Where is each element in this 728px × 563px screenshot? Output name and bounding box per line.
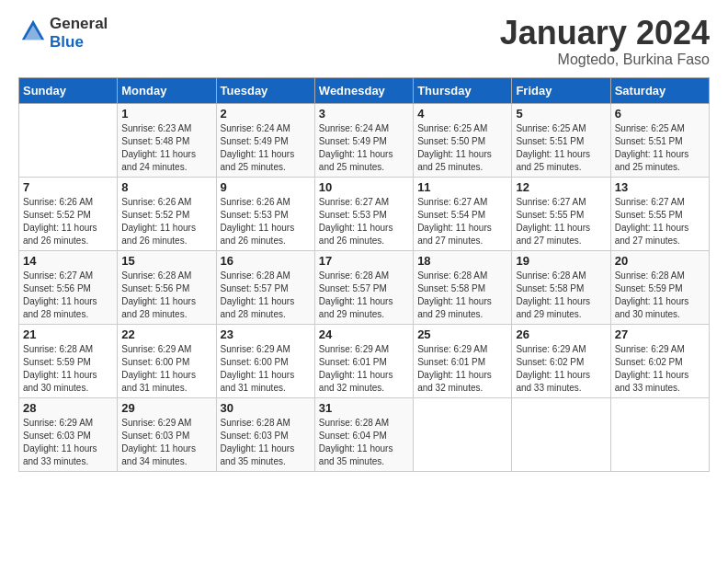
calendar-cell: 14Sunrise: 6:27 AMSunset: 5:56 PMDayligh… [19, 250, 118, 324]
day-info: Sunrise: 6:29 AMSunset: 6:02 PMDaylight:… [516, 343, 606, 395]
day-number: 7 [23, 180, 113, 194]
weekday-header-tuesday: Tuesday [216, 77, 314, 103]
day-number: 4 [417, 107, 507, 121]
day-info: Sunrise: 6:25 AMSunset: 5:51 PMDaylight:… [516, 122, 606, 174]
day-info: Sunrise: 6:29 AMSunset: 6:01 PMDaylight:… [319, 343, 409, 395]
day-number: 3 [319, 107, 409, 121]
day-number: 5 [516, 107, 606, 121]
day-info: Sunrise: 6:28 AMSunset: 5:58 PMDaylight:… [417, 270, 507, 321]
day-info: Sunrise: 6:28 AMSunset: 5:57 PMDaylight:… [221, 270, 311, 321]
calendar-week-row: 21Sunrise: 6:28 AMSunset: 5:59 PMDayligh… [19, 324, 710, 397]
day-number: 30 [221, 401, 311, 415]
day-info: Sunrise: 6:25 AMSunset: 5:51 PMDaylight:… [615, 122, 705, 174]
day-info: Sunrise: 6:28 AMSunset: 5:58 PMDaylight:… [516, 270, 606, 321]
day-info: Sunrise: 6:28 AMSunset: 5:59 PMDaylight:… [615, 270, 705, 321]
day-number: 19 [516, 254, 606, 268]
weekday-header-wednesday: Wednesday [314, 77, 413, 103]
day-info: Sunrise: 6:28 AMSunset: 6:03 PMDaylight:… [221, 417, 311, 468]
calendar-cell: 9Sunrise: 6:26 AMSunset: 5:53 PMDaylight… [216, 177, 314, 250]
day-info: Sunrise: 6:28 AMSunset: 5:56 PMDaylight:… [121, 270, 211, 321]
day-info: Sunrise: 6:27 AMSunset: 5:56 PMDaylight:… [23, 270, 113, 321]
day-number: 2 [221, 107, 311, 121]
day-info: Sunrise: 6:29 AMSunset: 6:02 PMDaylight:… [615, 343, 705, 395]
day-info: Sunrise: 6:27 AMSunset: 5:55 PMDaylight:… [516, 196, 606, 247]
day-number: 29 [121, 401, 211, 415]
day-number: 8 [121, 180, 211, 194]
calendar-week-row: 28Sunrise: 6:29 AMSunset: 6:03 PMDayligh… [19, 397, 710, 471]
calendar-cell: 15Sunrise: 6:28 AMSunset: 5:56 PMDayligh… [118, 250, 216, 324]
calendar-cell [512, 397, 610, 471]
day-number: 6 [615, 107, 705, 121]
day-info: Sunrise: 6:26 AMSunset: 5:53 PMDaylight:… [221, 196, 311, 247]
day-info: Sunrise: 6:29 AMSunset: 6:03 PMDaylight:… [23, 417, 113, 468]
logo-icon [20, 18, 46, 44]
day-info: Sunrise: 6:24 AMSunset: 5:49 PMDaylight:… [319, 122, 409, 174]
day-number: 11 [417, 180, 507, 194]
calendar-cell: 7Sunrise: 6:26 AMSunset: 5:52 PMDaylight… [19, 177, 118, 250]
day-info: Sunrise: 6:27 AMSunset: 5:53 PMDaylight:… [319, 196, 409, 247]
calendar-cell: 20Sunrise: 6:28 AMSunset: 5:59 PMDayligh… [610, 250, 709, 324]
day-number: 24 [319, 327, 409, 341]
calendar-week-row: 1Sunrise: 6:23 AMSunset: 5:48 PMDaylight… [19, 103, 710, 177]
day-number: 27 [615, 327, 705, 341]
calendar-cell: 24Sunrise: 6:29 AMSunset: 6:01 PMDayligh… [314, 324, 413, 397]
calendar-cell: 13Sunrise: 6:27 AMSunset: 5:55 PMDayligh… [610, 177, 709, 250]
day-number: 22 [121, 327, 211, 341]
calendar-week-row: 7Sunrise: 6:26 AMSunset: 5:52 PMDaylight… [19, 177, 710, 250]
day-number: 13 [615, 180, 705, 194]
day-info: Sunrise: 6:29 AMSunset: 6:00 PMDaylight:… [121, 343, 211, 395]
calendar-cell: 18Sunrise: 6:28 AMSunset: 5:58 PMDayligh… [414, 250, 512, 324]
calendar-table: SundayMondayTuesdayWednesdayThursdayFrid… [18, 77, 710, 472]
calendar-cell: 5Sunrise: 6:25 AMSunset: 5:51 PMDaylight… [512, 103, 610, 177]
day-info: Sunrise: 6:27 AMSunset: 5:54 PMDaylight:… [417, 196, 507, 247]
calendar-title: January 2024 [500, 15, 710, 52]
day-number: 20 [615, 254, 705, 268]
calendar-cell: 22Sunrise: 6:29 AMSunset: 6:00 PMDayligh… [118, 324, 216, 397]
calendar-cell: 17Sunrise: 6:28 AMSunset: 5:57 PMDayligh… [314, 250, 413, 324]
calendar-cell [414, 397, 512, 471]
day-number: 1 [121, 107, 211, 121]
day-number: 16 [221, 254, 311, 268]
day-number: 12 [516, 180, 606, 194]
calendar-cell: 29Sunrise: 6:29 AMSunset: 6:03 PMDayligh… [118, 397, 216, 471]
weekday-header-thursday: Thursday [414, 77, 512, 103]
day-number: 9 [221, 180, 311, 194]
day-info: Sunrise: 6:23 AMSunset: 5:48 PMDaylight:… [121, 122, 211, 174]
day-number: 15 [121, 254, 211, 268]
day-number: 31 [319, 401, 409, 415]
logo-general: General [50, 15, 108, 33]
day-info: Sunrise: 6:24 AMSunset: 5:49 PMDaylight:… [221, 122, 311, 174]
day-number: 25 [417, 327, 507, 341]
calendar-cell: 8Sunrise: 6:26 AMSunset: 5:52 PMDaylight… [118, 177, 216, 250]
day-info: Sunrise: 6:28 AMSunset: 5:59 PMDaylight:… [23, 343, 113, 395]
calendar-cell: 2Sunrise: 6:24 AMSunset: 5:49 PMDaylight… [216, 103, 314, 177]
weekday-header-monday: Monday [118, 77, 216, 103]
logo: General Blue [18, 15, 108, 51]
calendar-cell: 12Sunrise: 6:27 AMSunset: 5:55 PMDayligh… [512, 177, 610, 250]
logo-blue: Blue [50, 33, 108, 52]
calendar-subtitle: Mogtedo, Burkina Faso [500, 52, 710, 68]
day-info: Sunrise: 6:29 AMSunset: 6:00 PMDaylight:… [221, 343, 311, 395]
calendar-cell: 11Sunrise: 6:27 AMSunset: 5:54 PMDayligh… [414, 177, 512, 250]
day-number: 14 [23, 254, 113, 268]
day-info: Sunrise: 6:27 AMSunset: 5:55 PMDaylight:… [615, 196, 705, 247]
day-info: Sunrise: 6:29 AMSunset: 6:03 PMDaylight:… [121, 417, 211, 468]
day-info: Sunrise: 6:26 AMSunset: 5:52 PMDaylight:… [121, 196, 211, 247]
calendar-cell: 6Sunrise: 6:25 AMSunset: 5:51 PMDaylight… [610, 103, 709, 177]
day-number: 18 [417, 254, 507, 268]
day-number: 26 [516, 327, 606, 341]
day-number: 28 [23, 401, 113, 415]
calendar-cell: 25Sunrise: 6:29 AMSunset: 6:01 PMDayligh… [414, 324, 512, 397]
calendar-cell: 27Sunrise: 6:29 AMSunset: 6:02 PMDayligh… [610, 324, 709, 397]
day-info: Sunrise: 6:29 AMSunset: 6:01 PMDaylight:… [417, 343, 507, 395]
calendar-cell: 10Sunrise: 6:27 AMSunset: 5:53 PMDayligh… [314, 177, 413, 250]
calendar-cell [610, 397, 709, 471]
weekday-header-friday: Friday [512, 77, 610, 103]
calendar-cell: 23Sunrise: 6:29 AMSunset: 6:00 PMDayligh… [216, 324, 314, 397]
header: General Blue January 2024 Mogtedo, Burki… [18, 15, 710, 68]
calendar-cell: 16Sunrise: 6:28 AMSunset: 5:57 PMDayligh… [216, 250, 314, 324]
day-info: Sunrise: 6:25 AMSunset: 5:50 PMDaylight:… [417, 122, 507, 174]
day-info: Sunrise: 6:28 AMSunset: 6:04 PMDaylight:… [319, 417, 409, 468]
day-info: Sunrise: 6:26 AMSunset: 5:52 PMDaylight:… [23, 196, 113, 247]
calendar-week-row: 14Sunrise: 6:27 AMSunset: 5:56 PMDayligh… [19, 250, 710, 324]
